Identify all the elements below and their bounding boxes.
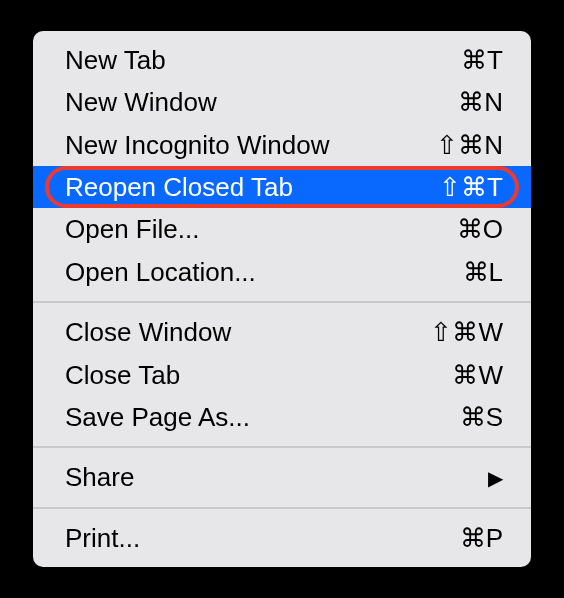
menu-item-shortcut: ⇧⌘N <box>436 127 503 163</box>
menu-item-shortcut: ⌘L <box>463 254 503 290</box>
menu-item-print[interactable]: Print...⌘P <box>33 517 531 559</box>
menu-item-reopen-closed-tab[interactable]: Reopen Closed Tab⇧⌘T <box>33 166 531 208</box>
menu-item-new-window[interactable]: New Window⌘N <box>33 81 531 123</box>
menu-item-new-incognito-window[interactable]: New Incognito Window⇧⌘N <box>33 124 531 166</box>
menu-item-shortcut: ⌘S <box>460 399 503 435</box>
menu-separator <box>33 507 531 509</box>
menu-item-label: Close Tab <box>65 357 452 393</box>
menu-item-shortcut: ⌘O <box>457 211 503 247</box>
menu-item-close-tab[interactable]: Close Tab⌘W <box>33 354 531 396</box>
menu-item-label: Open File... <box>65 211 457 247</box>
menu-separator <box>33 301 531 303</box>
menu-item-shortcut: ⌘W <box>452 357 503 393</box>
menu-item-label: Save Page As... <box>65 399 460 435</box>
menu-item-label: Reopen Closed Tab <box>65 169 439 205</box>
menu-separator <box>33 446 531 448</box>
menu-item-open-location[interactable]: Open Location...⌘L <box>33 251 531 293</box>
file-menu: New Tab⌘TNew Window⌘NNew Incognito Windo… <box>33 31 531 567</box>
menu-item-shortcut: ⇧⌘T <box>439 169 503 205</box>
menu-item-label: Print... <box>65 520 460 556</box>
menu-item-shortcut: ⇧⌘W <box>430 314 503 350</box>
menu-item-label: Open Location... <box>65 254 463 290</box>
menu-item-shortcut: ⌘N <box>458 84 503 120</box>
menu-item-open-file[interactable]: Open File...⌘O <box>33 208 531 250</box>
menu-item-label: New Window <box>65 84 458 120</box>
menu-item-share[interactable]: Share▶ <box>33 456 531 498</box>
menu-item-new-tab[interactable]: New Tab⌘T <box>33 39 531 81</box>
submenu-arrow-icon: ▶ <box>488 464 503 492</box>
menu-item-label: New Tab <box>65 42 461 78</box>
menu-item-shortcut: ⌘T <box>461 42 503 78</box>
menu-item-label: Close Window <box>65 314 430 350</box>
menu-item-save-page-as[interactable]: Save Page As...⌘S <box>33 396 531 438</box>
menu-item-shortcut: ⌘P <box>460 520 503 556</box>
menu-item-close-window[interactable]: Close Window⇧⌘W <box>33 311 531 353</box>
menu-item-label: Share <box>65 459 488 495</box>
menu-item-label: New Incognito Window <box>65 127 436 163</box>
